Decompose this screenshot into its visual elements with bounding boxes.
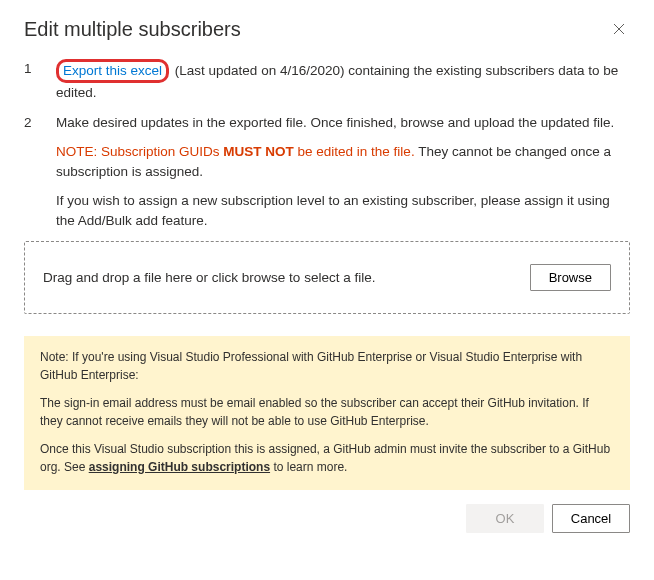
dropzone-text: Drag and drop a file here or click brows…: [43, 270, 530, 285]
assigning-github-link[interactable]: assigning GitHub subscriptions: [89, 460, 270, 474]
export-excel-link[interactable]: Export this excel: [63, 63, 162, 78]
export-highlight-box: Export this excel: [56, 59, 169, 83]
browse-button[interactable]: Browse: [530, 264, 611, 291]
github-note-2: The sign-in email address must be email …: [40, 394, 614, 430]
dialog-title: Edit multiple subscribers: [24, 18, 608, 41]
close-icon[interactable]: [608, 18, 630, 40]
github-note-3: Once this Visual Studio subscription thi…: [40, 440, 614, 476]
step-2-number: 2: [24, 113, 56, 133]
cancel-button[interactable]: Cancel: [552, 504, 630, 533]
step-1-number: 1: [24, 59, 56, 103]
github-note-1: Note: If you're using Visual Studio Prof…: [40, 348, 614, 384]
step-2-text: Make desired updates in the exported fil…: [56, 113, 630, 133]
file-dropzone[interactable]: Drag and drop a file here or click brows…: [24, 241, 630, 314]
guid-note: NOTE: Subscription GUIDs MUST NOT be edi…: [56, 142, 630, 181]
ok-button: OK: [466, 504, 544, 533]
assign-note: If you wish to assign a new subscription…: [56, 191, 630, 230]
github-note-box: Note: If you're using Visual Studio Prof…: [24, 336, 630, 490]
